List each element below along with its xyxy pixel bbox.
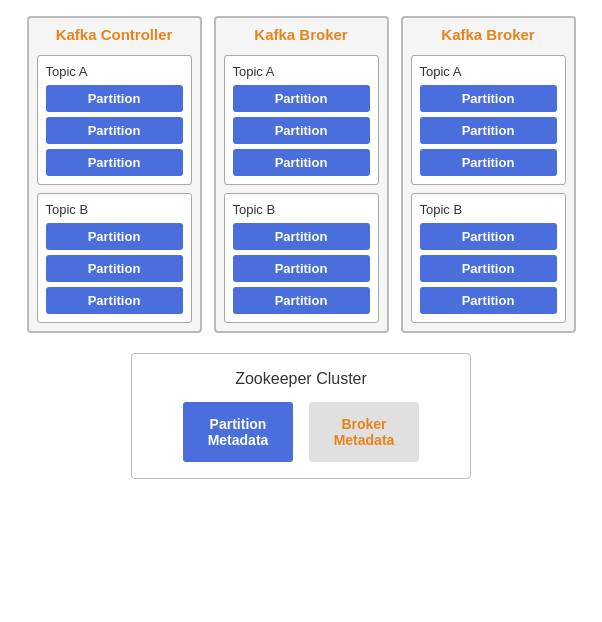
controller-topic-b-partition-2[interactable]: Partition [46,287,183,314]
controller-topic-b-partition-1[interactable]: Partition [46,255,183,282]
kafka-broker-1-box: Kafka Broker Topic A Partition Partition… [214,16,389,333]
kafka-controller-title: Kafka Controller [37,26,192,43]
broker1-topic-b-label: Topic B [233,202,370,217]
broker2-topic-b-partition-0[interactable]: Partition [420,223,557,250]
zookeeper-items: PartitionMetadata BrokerMetadata [156,402,446,462]
controller-topic-a-partition-0[interactable]: Partition [46,85,183,112]
zookeeper-cluster-box: Zookeeper Cluster PartitionMetadata Brok… [131,353,471,479]
broker2-topic-b-label: Topic B [420,202,557,217]
broker2-topic-a-partition-1[interactable]: Partition [420,117,557,144]
broker1-topic-a-box: Topic A Partition Partition Partition [224,55,379,185]
broker2-topic-a-box: Topic A Partition Partition Partition [411,55,566,185]
broker1-topic-b-partition-0[interactable]: Partition [233,223,370,250]
broker1-topic-a-partition-2[interactable]: Partition [233,149,370,176]
broker2-topic-b-partition-2[interactable]: Partition [420,287,557,314]
kafka-broker-2-box: Kafka Broker Topic A Partition Partition… [401,16,576,333]
partition-metadata-button[interactable]: PartitionMetadata [183,402,293,462]
broker-metadata-button[interactable]: BrokerMetadata [309,402,419,462]
broker1-topic-a-label: Topic A [233,64,370,79]
broker2-topic-b-box: Topic B Partition Partition Partition [411,193,566,323]
kafka-broker-2-title: Kafka Broker [411,26,566,43]
broker1-topic-b-box: Topic B Partition Partition Partition [224,193,379,323]
broker1-topic-a-partition-1[interactable]: Partition [233,117,370,144]
brokers-row: Kafka Controller Topic A Partition Parti… [27,16,576,333]
broker2-topic-a-label: Topic A [420,64,557,79]
zookeeper-title: Zookeeper Cluster [156,370,446,388]
broker2-topic-a-partition-2[interactable]: Partition [420,149,557,176]
controller-topic-b-label: Topic B [46,202,183,217]
controller-topic-b-box: Topic B Partition Partition Partition [37,193,192,323]
kafka-broker-1-title: Kafka Broker [224,26,379,43]
controller-topic-a-label: Topic A [46,64,183,79]
kafka-controller-box: Kafka Controller Topic A Partition Parti… [27,16,202,333]
broker1-topic-b-partition-1[interactable]: Partition [233,255,370,282]
controller-topic-b-partition-0[interactable]: Partition [46,223,183,250]
broker1-topic-a-partition-0[interactable]: Partition [233,85,370,112]
controller-topic-a-partition-2[interactable]: Partition [46,149,183,176]
controller-topic-a-partition-1[interactable]: Partition [46,117,183,144]
controller-topic-a-box: Topic A Partition Partition Partition [37,55,192,185]
broker1-topic-b-partition-2[interactable]: Partition [233,287,370,314]
broker2-topic-b-partition-1[interactable]: Partition [420,255,557,282]
broker2-topic-a-partition-0[interactable]: Partition [420,85,557,112]
